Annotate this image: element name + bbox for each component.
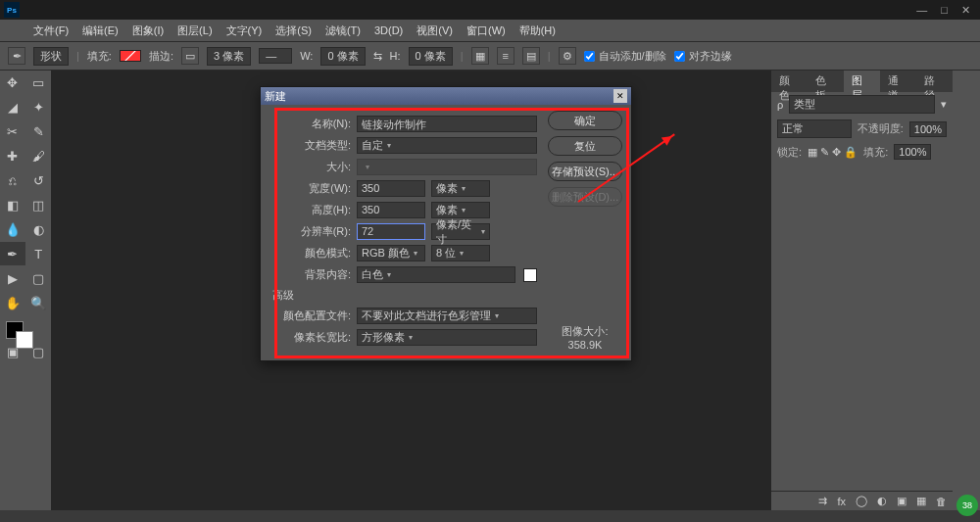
arrange-icon[interactable]: ▤ (522, 47, 540, 65)
pen-tool[interactable]: ✒ (0, 242, 25, 265)
resolution-input[interactable]: 72 (357, 223, 425, 240)
color-profile-select[interactable]: 不要对此文档进行色彩管理 (357, 308, 537, 324)
auto-add-delete-checkbox[interactable]: 自动添加/删除 (584, 49, 666, 64)
fill-swatch[interactable] (120, 50, 141, 62)
close-button[interactable]: ✕ (961, 4, 970, 17)
minimize-button[interactable]: — (916, 4, 927, 17)
gear-icon[interactable]: ⚙ (559, 47, 576, 65)
menu-type[interactable]: 文字(Y) (226, 24, 263, 38)
ok-button[interactable]: 确定 (548, 111, 622, 130)
tab-paths[interactable]: 路径 (916, 71, 953, 92)
tab-layers[interactable]: 图层 (844, 71, 880, 92)
status-bar (0, 510, 980, 522)
preset-label: 文档类型: (269, 138, 357, 153)
link-wh-icon[interactable]: ⇆ (373, 50, 382, 63)
menu-layer[interactable]: 图层(L) (177, 24, 212, 38)
path-ops-icon[interactable]: ▦ (471, 47, 489, 65)
history-brush-tool[interactable]: ↺ (26, 168, 52, 192)
opacity-field[interactable]: 100% (909, 121, 947, 137)
blend-mode-select[interactable]: 正常 (777, 119, 852, 138)
menu-filter[interactable]: 滤镜(T) (325, 24, 361, 38)
stamp-tool[interactable]: ⎌ (0, 168, 25, 192)
tool-mode-select[interactable]: 形状 (33, 47, 69, 66)
menu-edit[interactable]: 编辑(E) (82, 24, 119, 38)
new-layer-icon[interactable]: ▦ (916, 495, 926, 507)
tab-color[interactable]: 颜色 (771, 71, 808, 92)
height-label: 高度(H): (269, 203, 357, 217)
lock-icons[interactable]: ▦ ✎ ✥ 🔒 (808, 146, 858, 159)
height-input[interactable]: 350 (357, 202, 425, 218)
corner-sticker: 38 (956, 495, 978, 516)
move-tool[interactable]: ✥ (0, 71, 25, 94)
align-icon[interactable]: ≡ (497, 47, 514, 65)
mask-icon[interactable]: ◯ (856, 495, 867, 507)
lasso-tool[interactable]: ◢ (0, 95, 25, 119)
dodge-tool[interactable]: ◐ (26, 217, 52, 241)
layer-kind-select[interactable]: 类型 (789, 95, 935, 114)
width-unit-select[interactable]: 像素 (431, 180, 490, 197)
dialog-close-icon[interactable]: ✕ (613, 89, 627, 103)
path-select-tool[interactable]: ▶ (0, 266, 25, 290)
reset-button[interactable]: 复位 (548, 136, 622, 156)
menu-window[interactable]: 窗口(W) (466, 24, 506, 38)
fill-opacity-field[interactable]: 100% (894, 144, 931, 160)
name-input[interactable]: 链接动作制作 (357, 116, 537, 132)
filter-kind-icon[interactable]: ρ (777, 99, 783, 111)
bit-depth-select[interactable]: 8 位 (431, 245, 490, 261)
menu-help[interactable]: 帮助(H) (519, 24, 556, 38)
bg-contents-select[interactable]: 白色 (357, 266, 515, 283)
marquee-tool[interactable]: ▭ (26, 71, 52, 94)
bg-color-swatch[interactable] (523, 268, 537, 282)
h-label: H: (390, 50, 401, 62)
width-input[interactable]: 350 (357, 180, 425, 197)
brush-tool[interactable]: 🖌 (26, 144, 52, 167)
shape-height[interactable]: 0 像素 (409, 47, 453, 66)
advanced-heading: 高级 (269, 288, 300, 303)
fill-opacity-label: 填充: (863, 145, 888, 160)
shape-tool[interactable]: ▢ (26, 266, 52, 290)
tab-swatches[interactable]: 色板 (808, 71, 844, 92)
size-label: 大小: (269, 160, 357, 174)
adjustment-icon[interactable]: ◐ (877, 495, 887, 507)
blur-tool[interactable]: 💧 (0, 217, 25, 241)
eraser-tool[interactable]: ◧ (0, 193, 25, 216)
fx-icon[interactable]: fx (837, 496, 846, 507)
tab-channels[interactable]: 通道 (880, 71, 916, 92)
color-mode-select[interactable]: RGB 颜色 (357, 245, 425, 261)
bg-contents-label: 背景内容: (269, 267, 357, 282)
crop-tool[interactable]: ✂ (0, 119, 25, 143)
heal-tool[interactable]: ✚ (0, 144, 25, 167)
dialog-titlebar[interactable]: 新建 ✕ (261, 87, 631, 105)
menu-image[interactable]: 图象(I) (132, 24, 164, 38)
hand-tool[interactable]: ✋ (0, 291, 25, 314)
resolution-unit-select[interactable]: 像素/英寸 (431, 223, 490, 240)
zoom-tool[interactable]: 🔍 (26, 291, 52, 314)
stroke-swatch[interactable]: ▭ (181, 47, 199, 65)
collapsed-panel-well[interactable] (953, 71, 980, 510)
pixel-aspect-select[interactable]: 方形像素 (357, 329, 537, 346)
wand-tool[interactable]: ✦ (26, 95, 52, 119)
shape-width[interactable]: 0 像素 (320, 47, 365, 66)
fg-bg-swatch[interactable] (0, 315, 51, 351)
menu-3d[interactable]: 3D(D) (374, 24, 403, 36)
gradient-tool[interactable]: ◫ (26, 193, 52, 216)
options-bar: ✒ 形状 | 填充: 描边: ▭ 3 像素 — W: 0 像素 ⇆ H: 0 像… (0, 41, 980, 71)
trash-icon[interactable]: 🗑 (936, 496, 947, 507)
preset-select[interactable]: 自定 (357, 137, 537, 154)
stroke-label: 描边: (149, 49, 173, 64)
group-icon[interactable]: ▣ (897, 495, 906, 507)
maximize-button[interactable]: □ (941, 4, 948, 17)
pixel-aspect-label: 像素长宽比: (269, 330, 357, 345)
menu-file[interactable]: 文件(F) (33, 24, 69, 38)
stroke-style[interactable]: — (259, 48, 292, 64)
fill-label: 填充: (87, 49, 112, 64)
height-unit-select[interactable]: 像素 (431, 202, 490, 218)
link-layers-icon[interactable]: ⇉ (818, 495, 827, 507)
menu-select[interactable]: 选择(S) (275, 24, 312, 38)
align-edges-checkbox[interactable]: 对齐边缘 (674, 49, 732, 64)
pen-tool-icon[interactable]: ✒ (8, 47, 25, 65)
stroke-width[interactable]: 3 像素 (207, 47, 251, 66)
menu-view[interactable]: 视图(V) (416, 24, 453, 38)
type-tool[interactable]: T (26, 242, 52, 265)
eyedropper-tool[interactable]: ✎ (26, 119, 52, 143)
